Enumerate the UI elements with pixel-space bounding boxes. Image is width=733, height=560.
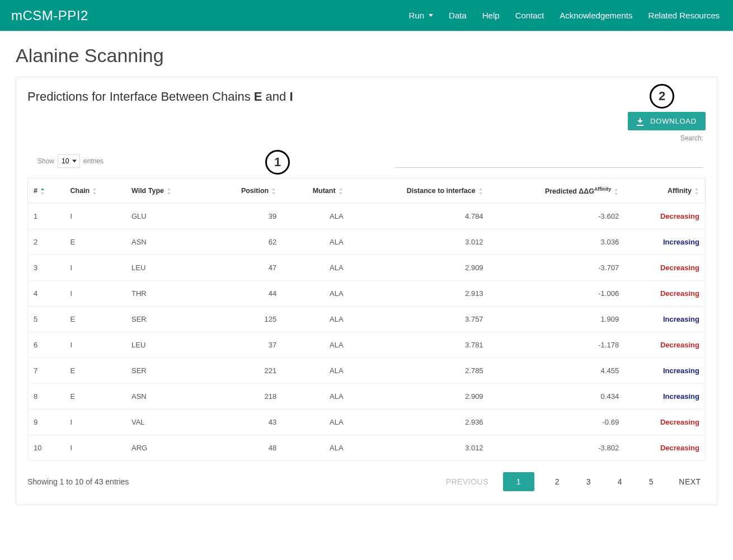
col-ddg[interactable]: Predicted ΔΔGAffinity	[489, 178, 625, 204]
col-mutant[interactable]: Mutant	[282, 178, 349, 204]
table-row: 4ITHR44ALA2.913-1.006Decreasing	[28, 281, 706, 307]
show-label-post: entries	[83, 157, 104, 165]
cell-chain: I	[65, 332, 126, 358]
cell-distance: 2.785	[349, 358, 489, 384]
page-size-select[interactable]: 10	[58, 154, 80, 168]
col-chain[interactable]: Chain	[65, 178, 126, 204]
col-position[interactable]: Position	[208, 178, 283, 204]
cell-chain: I	[65, 281, 126, 307]
cell-chain: E	[65, 384, 126, 410]
cell-distance: 4.784	[349, 204, 489, 229]
cell-position: 125	[208, 307, 283, 332]
cell-number: 10	[28, 435, 65, 461]
cell-wild-type: LEU	[126, 332, 208, 358]
cell-wild-type: GLU	[126, 204, 208, 229]
table-row: 2EASN62ALA3.0123.036Increasing	[28, 229, 706, 255]
table-header-row: # Chain Wild Type Position Mutant Distan…	[28, 178, 706, 204]
nav-acknowledgements[interactable]: Acknowledgements	[560, 11, 632, 20]
table-row: 5ESER125ALA3.7571.909Increasing	[28, 307, 706, 332]
cell-ddg: -1.006	[489, 281, 625, 307]
page-4[interactable]: 4	[612, 472, 628, 491]
nav-related-resources[interactable]: Related Resources	[648, 11, 720, 20]
cell-position: 47	[208, 255, 283, 281]
cell-mutant: ALA	[282, 229, 349, 255]
page-3[interactable]: 3	[580, 472, 597, 491]
cell-distance: 3.012	[349, 229, 489, 255]
sort-icon	[167, 188, 172, 195]
sort-icon	[479, 188, 483, 195]
cell-distance: 3.781	[349, 332, 489, 358]
cell-wild-type: ARG	[126, 435, 208, 461]
cell-chain: E	[65, 307, 126, 332]
col-wild-type[interactable]: Wild Type	[126, 178, 208, 204]
nav-help[interactable]: Help	[482, 11, 500, 20]
cell-ddg: -0.69	[489, 410, 625, 435]
cell-mutant: ALA	[282, 255, 349, 281]
annotation-1: 1	[265, 150, 290, 175]
cell-position: 44	[208, 281, 283, 307]
search-input[interactable]	[396, 154, 703, 168]
cell-affinity: Increasing	[624, 307, 705, 332]
search-label: Search:	[680, 134, 703, 142]
cell-affinity: Increasing	[624, 229, 705, 255]
cell-affinity: Increasing	[624, 384, 705, 410]
cell-mutant: ALA	[282, 332, 349, 358]
cell-mutant: ALA	[282, 410, 349, 435]
cell-number: 1	[28, 204, 65, 229]
table-row: 6ILEU37ALA3.781-1.178Decreasing	[28, 332, 706, 358]
page-previous[interactable]: PREVIOUS	[446, 472, 488, 491]
show-entries: Show 10 entries	[37, 154, 104, 168]
cell-ddg: 4.455	[489, 358, 625, 384]
page-next[interactable]: NEXT	[674, 472, 706, 491]
cell-position: 39	[208, 204, 283, 229]
cell-mutant: ALA	[282, 435, 349, 461]
col-number[interactable]: #	[28, 178, 65, 204]
cell-affinity: Decreasing	[624, 435, 705, 461]
annotation-2: 2	[650, 84, 674, 109]
table-row: 10IARG48ALA3.012-3.802Decreasing	[28, 435, 706, 461]
cell-distance: 3.757	[349, 307, 489, 332]
cell-distance: 2.913	[349, 281, 489, 307]
page-5[interactable]: 5	[643, 472, 660, 491]
cell-ddg: 0.434	[489, 384, 625, 410]
cell-mutant: ALA	[282, 358, 349, 384]
table-controls: Show 10 entries Search:	[37, 134, 706, 168]
page-title: Alanine Scanning	[16, 45, 733, 67]
download-button[interactable]: DOWNLOAD	[628, 112, 706, 130]
cell-number: 8	[28, 384, 65, 410]
subtitle-prefix: Predictions for Interface Between Chains	[27, 90, 254, 103]
cell-wild-type: SER	[126, 358, 208, 384]
nav-run[interactable]: Run	[409, 11, 434, 20]
nav-data[interactable]: Data	[449, 11, 467, 20]
cell-number: 9	[28, 410, 65, 435]
cell-number: 4	[28, 281, 65, 307]
sort-icon	[339, 188, 344, 195]
nav-links: Run Data Help Contact Acknowledgements R…	[409, 11, 720, 20]
brand-logo[interactable]: mCSM-PPI2	[11, 8, 88, 23]
table-row: 8EASN218ALA2.9090.434Increasing	[28, 384, 706, 410]
card-subtitle: Predictions for Interface Between Chains…	[27, 90, 706, 104]
cell-affinity: Decreasing	[624, 410, 705, 435]
cell-wild-type: ASN	[126, 384, 208, 410]
cell-number: 5	[28, 307, 65, 332]
cell-position: 62	[208, 229, 283, 255]
col-distance[interactable]: Distance to interface	[349, 178, 489, 204]
subtitle-and: and	[262, 90, 289, 103]
page-2[interactable]: 2	[549, 472, 566, 491]
cell-wild-type: ASN	[126, 229, 208, 255]
results-card: 1 2 Predictions for Interface Between Ch…	[16, 77, 717, 505]
cell-mutant: ALA	[282, 384, 349, 410]
nav-contact[interactable]: Contact	[515, 11, 544, 20]
cell-position: 48	[208, 435, 283, 461]
cell-chain: I	[65, 204, 126, 229]
cell-number: 7	[28, 358, 65, 384]
subtitle-chain1: E	[254, 90, 262, 103]
show-label-pre: Show	[37, 157, 54, 165]
page-1[interactable]: 1	[503, 472, 534, 491]
cell-ddg: 3.036	[489, 229, 625, 255]
cell-mutant: ALA	[282, 307, 349, 332]
predictions-table: # Chain Wild Type Position Mutant Distan…	[27, 178, 706, 461]
cell-chain: E	[65, 358, 126, 384]
col-affinity[interactable]: Affinity	[624, 178, 705, 204]
cell-ddg: -3.602	[489, 204, 625, 229]
